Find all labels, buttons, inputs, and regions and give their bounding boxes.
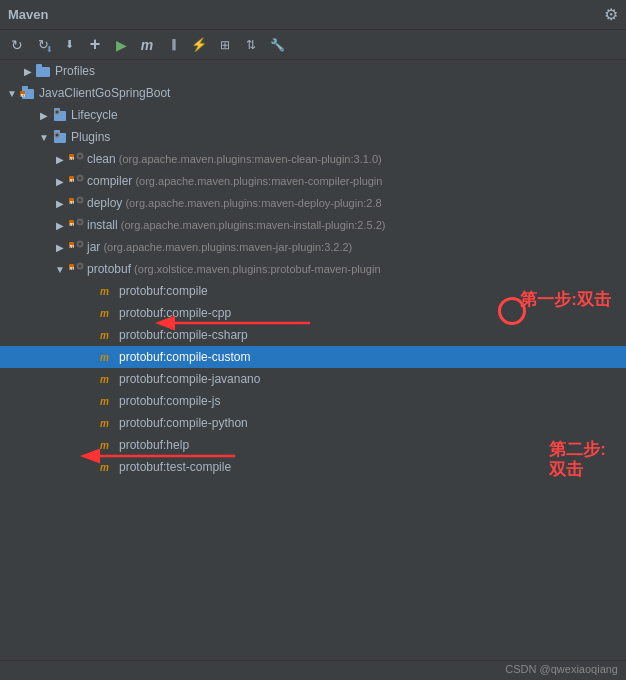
watermark: CSDN @qwexiaoqiang (505, 663, 618, 675)
expand-lifecycle-arrow: ▶ (36, 104, 52, 126)
tree-item-clean[interactable]: ▶ m clean (org.apache.maven.plugins:mave… (0, 148, 626, 170)
install-label: install (org.apache.maven.plugins:maven-… (87, 218, 386, 232)
refresh-button[interactable]: ↻ (6, 34, 28, 56)
protobuf-compile-custom-icon: m (100, 349, 116, 365)
tree-scroll-area[interactable]: ▶ Profiles ▼ m (0, 60, 626, 478)
reimport-button[interactable]: ↻⬇ (32, 34, 54, 56)
settings-icon[interactable]: ⚙ (604, 5, 618, 24)
expand-install-arrow: ▶ (52, 214, 68, 236)
update-snapshots-button[interactable]: ⚡ (188, 34, 210, 56)
panel-header: Maven ⚙ (0, 0, 626, 30)
svg-text:m: m (70, 243, 75, 249)
run-goal-button[interactable]: ▶ (110, 34, 132, 56)
expand-deploy-arrow: ▶ (52, 192, 68, 214)
lifecycle-label: Lifecycle (71, 108, 118, 122)
tree-item-install[interactable]: ▶ m install (org.apache.maven.plugins:ma… (0, 214, 626, 236)
clean-icon: m (68, 151, 84, 167)
svg-text:m: m (100, 462, 109, 473)
profiles-folder-icon (36, 63, 52, 79)
tree-item-protobuf-test-compile[interactable]: ▶ m protobuf:test-compile (0, 456, 626, 478)
add-project-button[interactable]: + (84, 34, 106, 56)
plugins-icon (52, 129, 68, 145)
download-sources-button[interactable]: ⬇ (58, 34, 80, 56)
svg-text:m: m (70, 177, 75, 183)
svg-point-29 (79, 221, 82, 224)
svg-rect-3 (22, 86, 28, 90)
protobuf-compile-js-label: protobuf:compile-js (119, 394, 220, 408)
protobuf-compile-javanano-icon: m (100, 371, 116, 387)
tree-item-protobuf-compile-cpp[interactable]: ▶ m protobuf:compile-cpp (0, 302, 626, 324)
expand-jar-arrow: ▶ (52, 236, 68, 258)
tree-item-plugins[interactable]: ▼ Plugins (0, 126, 626, 148)
protobuf-compile-js-icon: m (100, 393, 116, 409)
clean-label: clean (org.apache.maven.plugins:maven-cl… (87, 152, 382, 166)
expand-compiler-arrow: ▶ (52, 170, 68, 192)
protobuf-compile-javanano-label: protobuf:compile-javanano (119, 372, 260, 386)
svg-text:m: m (70, 155, 75, 161)
jar-icon: m (68, 239, 84, 255)
tree-item-jar[interactable]: ▶ m jar (org.apache.maven.plugins:maven-… (0, 236, 626, 258)
lifecycle-icon (52, 107, 68, 123)
show-dependencies-button[interactable]: ⊞ (214, 34, 236, 56)
deploy-icon: m (68, 195, 84, 211)
tree-item-deploy[interactable]: ▶ m deploy (org.apache.maven.plugins:mav… (0, 192, 626, 214)
protobuf-icon: m (68, 261, 84, 277)
tree-item-protobuf-compile[interactable]: ▶ m : protobuf:compile (0, 280, 626, 302)
svg-text:m: m (100, 308, 109, 319)
tree-item-protobuf-compile-custom[interactable]: ▶ m protobuf:compile-custom (0, 346, 626, 368)
tree-item-profiles[interactable]: ▶ Profiles (0, 60, 626, 82)
tree-item-compiler[interactable]: ▶ m compiler (org.apache.maven.plugins:m… (0, 170, 626, 192)
tree-item-protobuf-help[interactable]: ▶ m protobuf:help (0, 434, 626, 456)
tree-item-lifecycle[interactable]: ▶ Lifecycle (0, 104, 626, 126)
maven-settings-button[interactable]: 🔧 (266, 34, 288, 56)
svg-point-21 (79, 177, 82, 180)
tree-item-root-project[interactable]: ▼ m JavaClientGoSpringBoot (0, 82, 626, 104)
expand-profiles-arrow: ▶ (20, 60, 36, 82)
expand-root-arrow: ▼ (4, 82, 20, 104)
tree-item-protobuf-compile-js[interactable]: ▶ m protobuf:compile-js (0, 390, 626, 412)
open-settings-button[interactable]: m (136, 34, 158, 56)
tree-item-protobuf-compile-csharp[interactable]: ▶ m protobuf:compile-csharp (0, 324, 626, 346)
compiler-icon: m (68, 173, 84, 189)
svg-point-13 (56, 134, 59, 137)
svg-text:m: m (70, 265, 75, 271)
svg-point-9 (56, 111, 59, 114)
svg-text::: : (107, 289, 109, 296)
protobuf-label: protobuf (org.xolstice.maven.plugins:pro… (87, 262, 381, 276)
svg-text:m: m (21, 92, 26, 98)
tree-item-protobuf-compile-javanano[interactable]: ▶ m protobuf:compile-javanano (0, 368, 626, 390)
svg-point-37 (79, 265, 82, 268)
expand-protobuf-arrow: ▼ (52, 258, 68, 280)
root-project-label: JavaClientGoSpringBoot (39, 86, 170, 100)
protobuf-compile-csharp-icon: m (100, 327, 116, 343)
toolbar: ↻ ↻⬇ ⬇ + ▶ m ∥ ⚡ ⊞ ⇅ 🔧 (0, 30, 626, 60)
tree-item-protobuf[interactable]: ▼ m protobuf (org.xolstice.maven.plugins… (0, 258, 626, 280)
deploy-label: deploy (org.apache.maven.plugins:maven-d… (87, 196, 382, 210)
expand-clean-arrow: ▶ (52, 148, 68, 170)
svg-point-25 (79, 199, 82, 202)
protobuf-help-icon: m (100, 437, 116, 453)
collapse-all-button[interactable]: ⇅ (240, 34, 262, 56)
protobuf-compile-icon: m : (100, 283, 116, 299)
svg-text:m: m (100, 374, 109, 385)
protobuf-help-label: protobuf:help (119, 438, 189, 452)
bottom-bar: CSDN @qwexiaoqiang (0, 660, 626, 680)
protobuf-test-compile-icon: m (100, 459, 116, 475)
svg-text:m: m (70, 199, 75, 205)
skip-tests-button[interactable]: ∥ (162, 34, 184, 56)
plugins-label: Plugins (71, 130, 110, 144)
tree-item-protobuf-compile-python[interactable]: ▶ m protobuf:compile-python (0, 412, 626, 434)
svg-text:m: m (70, 221, 75, 227)
svg-text:m: m (100, 352, 109, 363)
svg-rect-0 (36, 67, 50, 77)
profiles-label: Profiles (55, 64, 95, 78)
protobuf-compile-python-label: protobuf:compile-python (119, 416, 248, 430)
protobuf-compile-cpp-icon: m (100, 305, 116, 321)
protobuf-compile-cpp-label: protobuf:compile-cpp (119, 306, 231, 320)
protobuf-compile-csharp-label: protobuf:compile-csharp (119, 328, 248, 342)
compiler-label: compiler (org.apache.maven.plugins:maven… (87, 174, 382, 188)
jar-label: jar (org.apache.maven.plugins:maven-jar-… (87, 240, 352, 254)
svg-text:m: m (100, 396, 109, 407)
svg-text:m: m (100, 440, 109, 451)
root-project-icon: m (20, 85, 36, 101)
